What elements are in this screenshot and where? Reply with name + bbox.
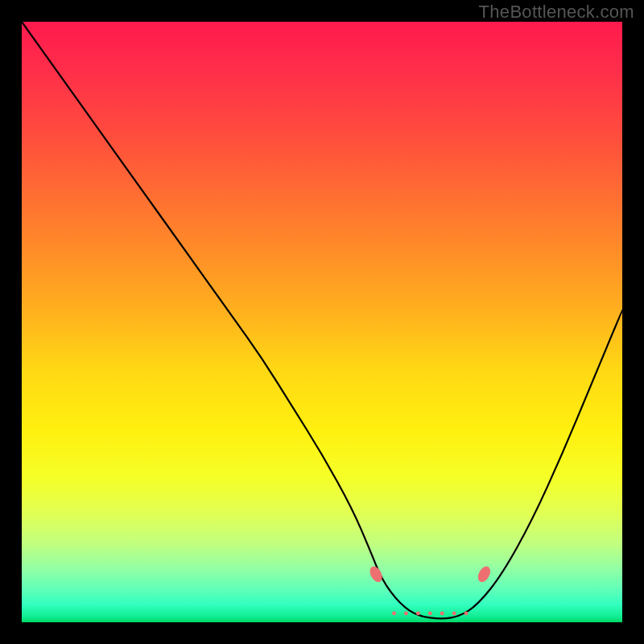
bottleneck-curve-svg [22,22,622,622]
trough-dot [404,611,408,615]
trough-dot [428,611,432,615]
trough-dot [440,611,444,615]
trough-dot [416,611,420,615]
left-marker [368,565,384,584]
right-marker [476,565,492,584]
trough-dot-row [392,611,468,615]
trough-dot [392,611,396,615]
trough-dot [452,611,456,615]
attribution-text: TheBottleneck.com [479,2,634,23]
bottleneck-curve-path [22,22,622,618]
chart-plot-area [22,22,622,622]
trough-dot [464,611,469,615]
